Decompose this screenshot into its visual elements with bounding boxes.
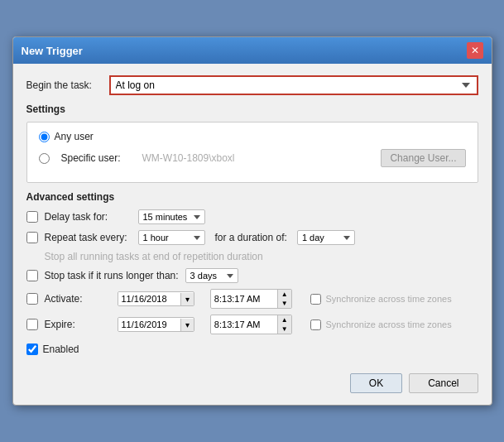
enabled-checkbox[interactable] — [26, 344, 38, 355]
activate-date-group: ▾ — [118, 291, 194, 306]
title-bar: New Trigger ✕ — [13, 37, 492, 64]
activate-time-down[interactable]: ▼ — [278, 299, 291, 308]
stop-task-checkbox[interactable] — [26, 270, 38, 281]
dialog-title: New Trigger — [22, 45, 83, 57]
expire-date-input[interactable] — [118, 318, 180, 331]
expire-time-group: ▲ ▼ — [210, 315, 292, 334]
expire-time-up[interactable]: ▲ — [278, 315, 291, 324]
activate-time-spinner: ▲ ▼ — [277, 290, 291, 308]
activate-time-input[interactable] — [211, 292, 277, 305]
sync-timezone-2-label: Synchronize across time zones — [310, 319, 451, 330]
enabled-row: Enabled — [26, 344, 478, 355]
duration-select[interactable]: 1 hour 12 hours 1 day — [297, 230, 355, 245]
specific-user-label: Specific user: — [61, 152, 136, 164]
repeat-task-label: Repeat task every: — [45, 232, 132, 243]
enabled-label: Enabled — [43, 344, 79, 355]
sync-timezone-2-checkbox[interactable] — [310, 319, 321, 330]
advanced-grid: Delay task for: 15 minutes 30 minutes 1 … — [26, 209, 478, 355]
sync-timezone-2-text: Synchronize across time zones — [325, 319, 451, 329]
expire-checkbox[interactable] — [26, 319, 38, 330]
ok-button[interactable]: OK — [350, 373, 402, 393]
any-user-label: Any user — [55, 131, 94, 142]
activate-date-input[interactable] — [118, 292, 180, 305]
stop-task-label: Stop task if it runs longer than: — [45, 270, 179, 281]
activate-checkbox[interactable] — [26, 293, 38, 305]
activate-date-picker[interactable]: ▾ — [180, 293, 194, 305]
delay-task-label: Delay task for: — [45, 211, 132, 223]
activate-row: Activate: ▾ ▲ ▼ — [26, 289, 478, 309]
sync-timezone-1-checkbox[interactable] — [310, 294, 321, 305]
cancel-button[interactable]: Cancel — [409, 373, 478, 393]
advanced-section-label: Advanced settings — [26, 191, 478, 203]
duration-label: for a duration of: — [215, 232, 287, 243]
expire-time-input[interactable] — [211, 318, 277, 331]
expire-row: Expire: ▾ ▲ ▼ — [26, 315, 478, 334]
stop-all-row: Stop all running tasks at end of repetit… — [26, 251, 478, 262]
begin-task-label: Begin the task: — [26, 79, 109, 91]
stop-task-row: Stop task if it runs longer than: 1 hour… — [26, 268, 478, 283]
expire-date-group: ▾ — [118, 317, 194, 332]
repeat-task-select[interactable]: 15 minutes 30 minutes 1 hour — [138, 230, 205, 245]
settings-box: Any user Specific user: WM-W10-1809\xbox… — [26, 122, 478, 183]
expire-time-spinner: ▲ ▼ — [277, 315, 291, 334]
delay-task-row: Delay task for: 15 minutes 30 minutes 1 … — [26, 209, 478, 224]
expire-date-picker[interactable]: ▾ — [180, 319, 194, 331]
dialog-body: Begin the task: At log on On a schedule … — [13, 64, 492, 365]
expire-time-down[interactable]: ▼ — [278, 324, 291, 334]
activate-time-group: ▲ ▼ — [210, 289, 292, 309]
settings-section-label: Settings — [26, 103, 478, 115]
stop-all-label: Stop all running tasks at end of repetit… — [45, 251, 263, 262]
new-trigger-dialog: New Trigger ✕ Begin the task: At log on … — [12, 36, 492, 406]
advanced-settings-section: Advanced settings Delay task for: 15 min… — [26, 191, 478, 355]
repeat-task-checkbox[interactable] — [26, 232, 38, 243]
specific-user-row: Specific user: WM-W10-1809\xboxl Change … — [39, 149, 466, 167]
delay-task-checkbox[interactable] — [26, 211, 38, 223]
any-user-radio[interactable] — [39, 132, 50, 142]
specific-user-radio[interactable] — [39, 153, 50, 164]
repeat-task-row: Repeat task every: 15 minutes 30 minutes… — [26, 230, 478, 245]
close-button[interactable]: ✕ — [467, 42, 483, 59]
delay-task-select[interactable]: 15 minutes 30 minutes 1 hour — [138, 209, 205, 224]
sync-timezone-1-label: Synchronize across time zones — [310, 294, 451, 305]
stop-task-select[interactable]: 1 hour 3 hours 1 day 3 days — [185, 268, 238, 283]
activate-label: Activate: — [45, 293, 111, 305]
sync-timezone-1-text: Synchronize across time zones — [325, 294, 451, 304]
dialog-footer: OK Cancel — [13, 365, 492, 405]
expire-label: Expire: — [45, 319, 111, 330]
any-user-row: Any user — [39, 131, 466, 142]
begin-task-row: Begin the task: At log on On a schedule … — [26, 75, 478, 95]
begin-task-select[interactable]: At log on On a schedule At startup On an… — [109, 75, 478, 95]
activate-time-up[interactable]: ▲ — [278, 290, 291, 299]
username-display: WM-W10-1809\xboxl — [142, 152, 375, 164]
change-user-button[interactable]: Change User... — [381, 149, 465, 167]
